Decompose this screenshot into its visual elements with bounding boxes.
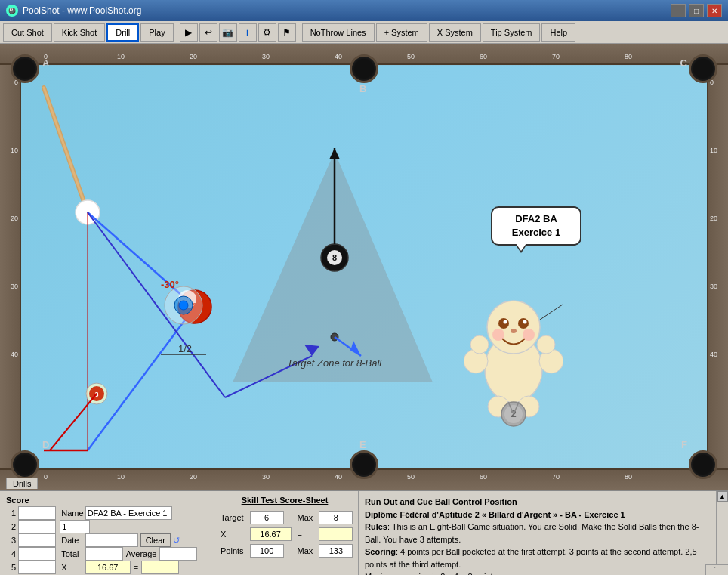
max-input[interactable]: [319, 511, 353, 524]
pocket-e: [350, 450, 378, 479]
rules-text: : This is an Eight-Ball Game situation. …: [365, 522, 699, 544]
svg-point-38: [498, 318, 509, 329]
total-label: Total: [61, 549, 79, 558]
skill-x-input[interactable]: [250, 527, 292, 541]
ruler-top-20: 20: [190, 53, 197, 60]
flag-icon-btn[interactable]: ⚑: [278, 23, 296, 42]
pocket-b: [350, 54, 378, 83]
close-button[interactable]: ✕: [707, 4, 722, 17]
pocket-d-label: D: [42, 439, 49, 450]
play-button[interactable]: Play: [140, 23, 173, 42]
points-max-input[interactable]: [319, 544, 353, 558]
skill-row-points: Points Max: [217, 543, 356, 559]
gear-icon-btn[interactable]: ⚙: [258, 23, 276, 42]
target-input[interactable]: [250, 511, 284, 524]
score-row-5-input[interactable]: [18, 561, 56, 574]
score-heading: Score: [6, 496, 205, 505]
pocket-b-label: B: [359, 83, 366, 94]
skill-table: Target Max X = Points Max: [217, 509, 356, 559]
svg-point-7: [81, 206, 88, 213]
ruler-top-70: 70: [552, 53, 560, 60]
svg-point-43: [492, 329, 504, 341]
no-throw-lines-button[interactable]: NoThrow Lines: [302, 23, 375, 42]
svg-point-48: [537, 335, 555, 354]
svg-point-40: [504, 320, 507, 324]
ruler-top-10: 10: [117, 53, 125, 60]
ruler-top-40: 40: [335, 53, 342, 60]
target-zone-label: Target Zone for 8-Ball: [287, 357, 381, 369]
name-input[interactable]: [85, 506, 172, 520]
mascot: 2: [464, 263, 563, 437]
pool-table: 0 10 20 30 40 50 60 70 80 0 10 20 30 40 …: [0, 44, 728, 490]
drills-tab[interactable]: Drills: [6, 478, 38, 489]
info-icon-btn[interactable]: i: [239, 23, 257, 42]
svg-marker-19: [329, 148, 340, 159]
date-input[interactable]: [85, 533, 138, 547]
desc-title: Run Out and Cue Ball Control Position: [365, 496, 710, 509]
drill-button[interactable]: Drill: [106, 23, 139, 42]
scoring-label: Scoring: [365, 547, 396, 556]
x-value-input[interactable]: [85, 561, 131, 574]
pocket-e-label: E: [359, 439, 366, 450]
eq-result-input[interactable]: [141, 561, 179, 574]
icon-btn-2[interactable]: ↩: [199, 23, 217, 42]
svg-text:-30°: -30°: [161, 279, 179, 290]
svg-point-28: [179, 301, 188, 310]
toolbar: Cut Shot Kick Shot Drill Play ▶ ↩ 📷 i ⚙ …: [0, 21, 728, 44]
points-input[interactable]: [250, 544, 284, 558]
pocket-a: [11, 54, 39, 83]
score-row-4-input[interactable]: [18, 547, 56, 561]
cut-shot-button[interactable]: Cut Shot: [3, 23, 52, 42]
speech-bubble: DFA2 BA Exercice 1: [491, 206, 581, 246]
description-scrollbar[interactable]: ▲ ▼: [716, 491, 728, 575]
ruler-top-30: 30: [262, 53, 270, 60]
score-row-2-input[interactable]: [18, 520, 56, 533]
total-input[interactable]: [85, 547, 123, 561]
ruler-right: 0 10 20 30 40: [707, 65, 728, 468]
average-input[interactable]: [159, 547, 197, 561]
svg-line-5: [44, 88, 88, 212]
skill-title: Skill Test Score-Sheet: [217, 496, 352, 505]
camera-icon-btn[interactable]: 📷: [219, 23, 237, 42]
desc-scoring: Scoring: 4 points per Ball pocketed at t…: [365, 546, 710, 570]
app-icon: 🎱: [6, 5, 18, 17]
app-title: PoolShot - www.PoolShot.org: [23, 5, 141, 16]
x-system-button[interactable]: X System: [429, 23, 481, 42]
maximize-button[interactable]: □: [689, 4, 704, 17]
average-label: Average: [126, 549, 157, 558]
svg-point-42: [511, 329, 517, 333]
pocket-a-label: A: [42, 57, 49, 69]
skill-sheet: Skill Test Score-Sheet Target Max X = Po…: [211, 491, 359, 575]
score-panel: Drills Score 1 Name 2 3 Date: [0, 490, 728, 575]
score-row-5: 5 X =: [6, 561, 205, 574]
pocket-d: [11, 450, 39, 479]
skill-row-target: Target Max: [217, 509, 356, 526]
clear-button[interactable]: Clear: [140, 533, 171, 547]
plus-system-button[interactable]: + System: [376, 23, 427, 42]
scroll-up-btn[interactable]: ▲: [717, 491, 728, 502]
date-label: Date: [61, 536, 79, 545]
svg-point-44: [523, 329, 535, 341]
ruler-left: 0 10 20 30 40: [0, 65, 21, 468]
ruler-top-60: 60: [480, 53, 487, 60]
pocket-c: [689, 54, 717, 83]
score-table: 1 Name 2 3 Date Clear ↺: [6, 506, 205, 574]
score-row-3-input[interactable]: [18, 533, 56, 547]
score-row-4: 4 Total Average: [6, 547, 205, 561]
titlebar: 🎱 PoolShot - www.PoolShot.org − □ ✕: [0, 0, 728, 21]
skill-eq-input[interactable]: [319, 527, 353, 541]
minimize-button[interactable]: −: [671, 4, 686, 17]
icon-btn-1[interactable]: ▶: [180, 23, 198, 42]
kick-shot-button[interactable]: Kick Shot: [54, 23, 105, 42]
desc-line1: Diplôme Fédéral d'Aptitude 2 « Billard d…: [365, 509, 710, 521]
score-row-1: 1 Name: [6, 506, 205, 520]
refresh-icon[interactable]: ↺: [173, 536, 180, 546]
tip-system-button[interactable]: Tip System: [483, 23, 541, 42]
help-button[interactable]: Help: [541, 23, 575, 42]
ruler-top-50: 50: [407, 53, 415, 60]
score-row-1-input[interactable]: [18, 506, 56, 520]
svg-line-56: [540, 305, 563, 320]
score-val-input[interactable]: [60, 520, 90, 533]
svg-point-41: [523, 320, 527, 324]
titlebar-controls[interactable]: − □ ✕: [671, 4, 722, 17]
